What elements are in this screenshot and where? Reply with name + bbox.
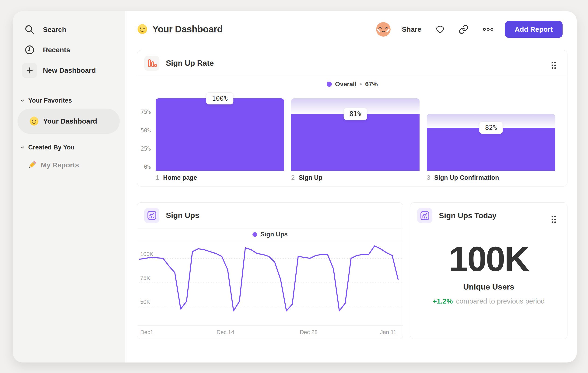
clock-icon <box>22 43 37 57</box>
funnel-value-label: 82% <box>479 122 503 134</box>
funnel-step-label: 2 Sign Up <box>291 174 323 181</box>
step-name: Sign Up <box>299 174 323 181</box>
change-note: compared to previous period <box>456 297 545 305</box>
y-axis-tick: 50% <box>137 127 151 134</box>
legend-label: Sign Ups <box>260 231 288 238</box>
funnel-bar-sign-up: 81% <box>291 98 420 171</box>
line-chart-icon <box>144 208 159 223</box>
step-index: 2 <box>291 174 295 181</box>
step-name: Sign Up Confirmation <box>434 174 499 181</box>
x-axis-tick: Dec 28 <box>300 329 318 335</box>
card-header: Sign Ups <box>137 202 403 229</box>
plus-icon <box>22 63 37 78</box>
header-controls: Share Add Report <box>376 20 563 38</box>
x-axis-tick: Jan 11 <box>380 329 396 335</box>
link-icon[interactable] <box>459 24 469 34</box>
legend-dot <box>252 232 257 237</box>
legend-value: 67% <box>365 81 378 88</box>
line-legend: Sign Ups <box>137 228 403 241</box>
heart-icon[interactable] <box>435 24 445 34</box>
funnel-legend: Overall • 67% <box>137 80 567 88</box>
page-title: Your Dashboard <box>137 23 223 36</box>
sign-ups-card: Sign Ups Sign Ups 100K 75K 50K Dec1 Dec … <box>137 202 403 339</box>
sidebar-item-your-dashboard-selected[interactable]: Your Dashboard <box>18 109 120 134</box>
y-axis-tick: 75% <box>137 109 151 115</box>
drag-handle-icon[interactable] <box>549 214 558 224</box>
sign-ups-line-chart <box>139 241 402 325</box>
legend-dot <box>327 81 332 87</box>
card-title: Sign Ups <box>166 211 199 220</box>
metric-label: Unique Users <box>410 282 567 292</box>
add-report-button[interactable]: Add Report <box>505 21 563 38</box>
y-axis-tick: 0% <box>137 164 151 170</box>
more-options-icon[interactable] <box>482 24 494 34</box>
sidebar-item-label: New Dashboard <box>43 66 96 74</box>
line-chart-icon <box>417 208 432 223</box>
drag-handle-icon[interactable] <box>549 60 558 71</box>
x-axis-tick: Dec1 <box>140 329 153 335</box>
app-window: Search Recents New Dashboard Your Favori… <box>13 11 577 363</box>
funnel-bar-solid <box>427 128 555 171</box>
sidebar-item-search[interactable]: Search <box>13 20 125 40</box>
sidebar-section-your-favorites[interactable]: Your Favorites <box>20 96 72 105</box>
card-title: Sign Ups Today <box>439 211 496 220</box>
step-index: 3 <box>427 174 430 181</box>
funnel-value-label: 81% <box>344 108 367 120</box>
x-axis-rule <box>137 325 403 326</box>
card-header: Sign Up Rate <box>137 50 567 76</box>
legend-separator: • <box>360 81 362 88</box>
search-icon <box>22 22 37 37</box>
chevron-down-icon <box>20 145 25 150</box>
avatar[interactable] <box>376 22 391 37</box>
card-header: Sign Ups Today <box>410 202 567 229</box>
step-name: Home page <box>163 174 197 181</box>
funnel-step-label: 3 Sign Up Confirmation <box>427 174 499 181</box>
bar-chart-icon <box>144 56 159 71</box>
section-title: Your Favorites <box>28 97 72 104</box>
funnel-value-label: 100% <box>206 92 233 104</box>
share-button[interactable]: Share <box>402 25 421 33</box>
funnel-bar-solid <box>156 98 284 171</box>
sidebar-item-new-dashboard[interactable]: New Dashboard <box>13 60 125 80</box>
sidebar: Search Recents New Dashboard Your Favori… <box>13 11 125 363</box>
change-percent: +1.2% <box>433 297 453 305</box>
sign-ups-today-card: Sign Ups Today 100K Unique Users +1.2% c… <box>410 202 567 339</box>
y-axis-tick: 25% <box>137 145 151 152</box>
pencil-emoji <box>27 160 37 170</box>
sidebar-item-label: Recents <box>43 46 70 54</box>
chevron-down-icon <box>20 98 25 103</box>
funnel-bar-solid <box>291 114 420 171</box>
sidebar-item-label: Search <box>43 26 66 34</box>
funnel-bar-home-page: 100% <box>156 98 284 171</box>
sign-up-rate-card: Sign Up Rate Overall • 67% 75% 50% 25% 0… <box>137 50 567 186</box>
section-title: Created By You <box>28 144 75 151</box>
smiley-emoji <box>137 24 148 34</box>
sidebar-item-my-reports[interactable]: My Reports <box>27 156 79 174</box>
sidebar-item-recents[interactable]: Recents <box>13 40 125 60</box>
sidebar-item-label: Your Dashboard <box>43 117 97 125</box>
metric-change: +1.2% compared to previous period <box>410 297 567 305</box>
page-title-text: Your Dashboard <box>152 24 223 34</box>
sidebar-item-label: My Reports <box>41 161 79 169</box>
step-index: 1 <box>156 174 159 181</box>
funnel-step-label: 1 Home page <box>156 174 197 181</box>
x-axis-tick: Dec 14 <box>217 329 234 335</box>
smiley-emoji <box>29 116 39 126</box>
funnel-bar-sign-up-confirmation: 82% <box>427 98 555 171</box>
sidebar-section-created-by-you[interactable]: Created By You <box>20 143 75 152</box>
card-title: Sign Up Rate <box>166 59 214 68</box>
metric-value: 100K <box>410 242 567 276</box>
legend-label: Overall <box>335 81 357 88</box>
